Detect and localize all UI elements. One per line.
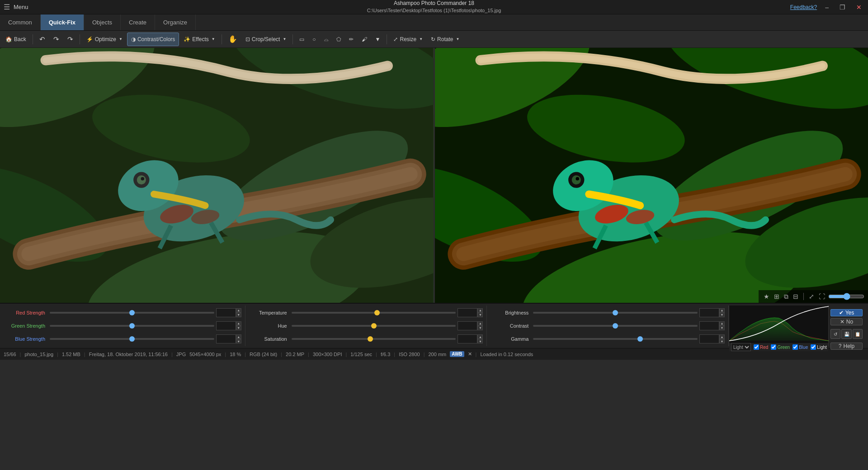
crop-select-button[interactable]: ⊡ Crop/Select ▼ bbox=[242, 33, 290, 46]
yes-button[interactable]: ✔ Yes bbox=[830, 309, 863, 316]
brush-tool-button[interactable]: 🖌 bbox=[358, 33, 371, 46]
grid-view-button[interactable]: ⊞ bbox=[773, 292, 781, 301]
dropper-button[interactable]: ▼ bbox=[372, 33, 384, 46]
hue-spinbox[interactable]: 00 bbox=[458, 321, 477, 330]
hue-slider-thumb[interactable] bbox=[371, 323, 377, 329]
hue-up-arrow[interactable]: ▲ bbox=[477, 321, 483, 326]
brightness-spinbox[interactable]: 00 bbox=[699, 308, 719, 317]
polygon-tool-button[interactable]: ⬠ bbox=[333, 33, 344, 46]
green-slider-track[interactable] bbox=[50, 325, 214, 327]
star-icon[interactable]: ★ bbox=[762, 292, 771, 301]
contrast-up-arrow[interactable]: ▲ bbox=[719, 321, 725, 326]
red-checkbox[interactable] bbox=[754, 344, 759, 350]
brightness-up-arrow[interactable]: ▲ bbox=[719, 308, 725, 313]
temp-down-arrow[interactable]: ▼ bbox=[477, 313, 483, 317]
tab-objects[interactable]: Objects bbox=[84, 14, 121, 30]
light-checkbox[interactable] bbox=[811, 344, 816, 350]
temp-up-arrow[interactable]: ▲ bbox=[477, 308, 483, 313]
brightness-slider-track[interactable] bbox=[533, 312, 698, 314]
temperature-slider-track[interactable] bbox=[292, 312, 456, 314]
close-button[interactable]: ✕ bbox=[854, 3, 864, 12]
red-up-arrow[interactable]: ▲ bbox=[236, 308, 241, 313]
status-aperture: f/6.3 bbox=[381, 352, 390, 357]
red-down-arrow[interactable]: ▼ bbox=[236, 313, 241, 317]
tabbar: Common Quick-Fix Objects Create Organize bbox=[0, 14, 868, 31]
help-button[interactable]: ? Help bbox=[830, 343, 863, 350]
undo-button[interactable]: ↶ bbox=[36, 33, 49, 46]
green-up-arrow[interactable]: ▲ bbox=[236, 321, 241, 326]
blue-slider-thumb[interactable] bbox=[129, 336, 135, 342]
hue-down-arrow[interactable]: ▼ bbox=[477, 326, 483, 330]
green-slider-thumb[interactable] bbox=[129, 323, 135, 329]
contrast-down-arrow[interactable]: ▼ bbox=[719, 326, 725, 330]
blue-spinbox[interactable]: 00 bbox=[216, 334, 236, 343]
saturation-slider-track[interactable] bbox=[292, 338, 456, 340]
resize-button[interactable]: ⤢ Resize ▼ bbox=[390, 33, 426, 46]
optimize-button[interactable]: ⚡ Optimize ▼ bbox=[83, 33, 126, 46]
temperature-spinbox[interactable]: 11 bbox=[458, 308, 477, 317]
green-spinbox[interactable]: 00 bbox=[216, 321, 236, 330]
compare-button[interactable]: ⧉ bbox=[783, 292, 790, 301]
contrast-colors-button[interactable]: ◑ Contrast/Colors bbox=[127, 33, 179, 46]
sat-down-arrow[interactable]: ▼ bbox=[477, 339, 483, 343]
gamma-up-arrow[interactable]: ▲ bbox=[719, 334, 725, 339]
menu-label[interactable]: Menu bbox=[14, 4, 28, 10]
brightness-down-arrow[interactable]: ▼ bbox=[719, 313, 725, 317]
rectangle-tool-button[interactable]: ▭ bbox=[296, 33, 308, 46]
lasso-tool-button[interactable]: ⌓ bbox=[321, 33, 332, 46]
ellipse-tool-button[interactable]: ○ bbox=[309, 33, 319, 46]
tab-create[interactable]: Create bbox=[121, 14, 155, 30]
effects-button[interactable]: ✨ Effects ▼ bbox=[180, 33, 218, 46]
tab-common[interactable]: Common bbox=[0, 14, 41, 30]
temperature-slider-thumb[interactable] bbox=[374, 310, 380, 315]
status-colormode: RGB (24 bit) bbox=[250, 352, 277, 357]
fit-button[interactable]: ⤢ bbox=[807, 292, 816, 301]
gamma-slider-thumb[interactable] bbox=[637, 336, 643, 342]
contrast-spinbox[interactable]: 10 bbox=[699, 321, 719, 330]
hue-slider-track[interactable] bbox=[292, 325, 456, 327]
view3-button[interactable]: ⊟ bbox=[792, 292, 800, 301]
hand-tool-button[interactable]: ✋ bbox=[225, 33, 241, 46]
gamma-spinbox[interactable]: 69 bbox=[699, 334, 719, 343]
green-checkbox[interactable] bbox=[771, 344, 776, 350]
effects-dropdown-icon: ▼ bbox=[212, 37, 215, 41]
contrast-slider-track[interactable] bbox=[533, 325, 698, 327]
save-small-btn[interactable]: 💾 bbox=[841, 329, 851, 339]
gamma-down-arrow[interactable]: ▼ bbox=[719, 339, 725, 343]
fullscreen-button[interactable]: ⛶ bbox=[817, 292, 826, 301]
blue-up-arrow[interactable]: ▲ bbox=[236, 334, 241, 339]
brightness-slider-thumb[interactable] bbox=[613, 310, 618, 315]
no-button[interactable]: ✕ No bbox=[830, 318, 863, 325]
blue-slider-track[interactable] bbox=[50, 338, 214, 340]
blue-checkbox[interactable] bbox=[793, 344, 798, 350]
blue-down-arrow[interactable]: ▼ bbox=[236, 339, 241, 343]
tab-organize[interactable]: Organize bbox=[155, 14, 196, 30]
green-down-arrow[interactable]: ▼ bbox=[236, 326, 241, 330]
rotate-left-small-btn[interactable]: ↺ bbox=[830, 329, 840, 339]
histogram-mode-select[interactable]: Light bbox=[731, 343, 751, 351]
back-button[interactable]: 🏠 Back bbox=[2, 33, 30, 46]
contrast-slider-thumb[interactable] bbox=[613, 323, 618, 329]
checkmark-icon: ✔ bbox=[839, 310, 844, 316]
redo-button[interactable]: ↷ bbox=[50, 33, 63, 46]
red-slider-track[interactable] bbox=[50, 312, 214, 314]
zoom-slider[interactable] bbox=[828, 293, 864, 300]
restore-button[interactable]: ❐ bbox=[837, 3, 848, 12]
minimize-button[interactable]: – bbox=[822, 3, 831, 12]
contrast-icon: ◑ bbox=[131, 36, 136, 42]
redo2-button[interactable]: ↷ bbox=[64, 33, 77, 46]
red-spinbox[interactable]: 00 bbox=[216, 308, 236, 317]
blue-arrows: ▲ ▼ bbox=[236, 334, 241, 343]
saturation-slider-thumb[interactable] bbox=[368, 336, 373, 342]
saturation-spinbox[interactable]: 00 bbox=[458, 334, 477, 343]
rotate-button[interactable]: ↻ Rotate ▼ bbox=[427, 33, 463, 46]
pencil-tool-button[interactable]: ✏ bbox=[345, 33, 357, 46]
menu-icon[interactable]: ☰ bbox=[4, 3, 10, 11]
red-slider-thumb[interactable] bbox=[129, 310, 135, 315]
tab-quick-fix[interactable]: Quick-Fix bbox=[41, 14, 84, 30]
saveas-small-btn[interactable]: 📋 bbox=[853, 329, 863, 339]
feedback-link[interactable]: Feedback? bbox=[790, 4, 817, 10]
gamma-slider-track[interactable] bbox=[533, 338, 698, 340]
small-buttons-row: ↺ 💾 📋 bbox=[830, 329, 863, 339]
sat-up-arrow[interactable]: ▲ bbox=[477, 334, 483, 339]
